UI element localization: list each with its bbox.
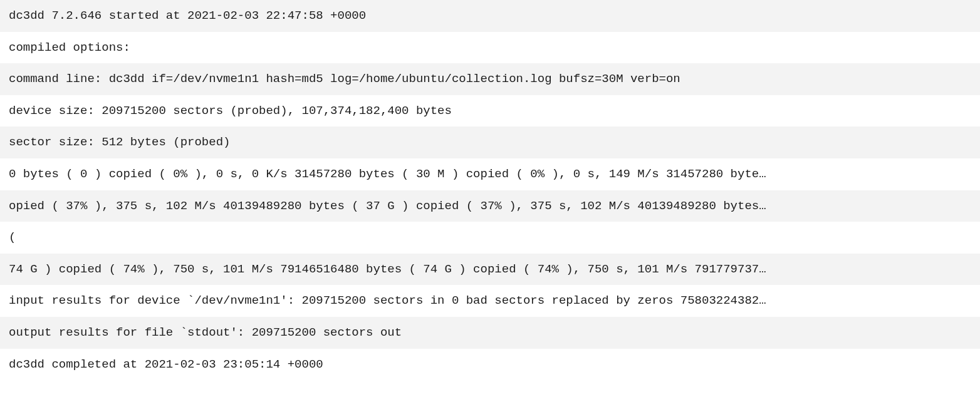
terminal-line: opied ( 37% ), 375 s, 102 M/s 4013948928…: [0, 190, 980, 222]
terminal-line: device size: 209715200 sectors (probed),…: [0, 95, 980, 127]
terminal-line: dc3dd 7.2.646 started at 2021-02-03 22:4…: [0, 0, 980, 32]
terminal-line: (: [0, 222, 980, 254]
terminal-line: input results for device `/dev/nvme1n1':…: [0, 285, 980, 317]
terminal-line: output results for file `stdout': 209715…: [0, 317, 980, 349]
terminal-output: dc3dd 7.2.646 started at 2021-02-03 22:4…: [0, 0, 980, 380]
terminal-line: dc3dd completed at 2021-02-03 23:05:14 +…: [0, 349, 980, 381]
terminal-line: 0 bytes ( 0 ) copied ( 0% ), 0 s, 0 K/s …: [0, 158, 980, 190]
terminal-line: compiled options:: [0, 32, 980, 64]
terminal-line: command line: dc3dd if=/dev/nvme1n1 hash…: [0, 63, 980, 95]
terminal-line: sector size: 512 bytes (probed): [0, 126, 980, 158]
terminal-line: 74 G ) copied ( 74% ), 750 s, 101 M/s 79…: [0, 254, 980, 286]
